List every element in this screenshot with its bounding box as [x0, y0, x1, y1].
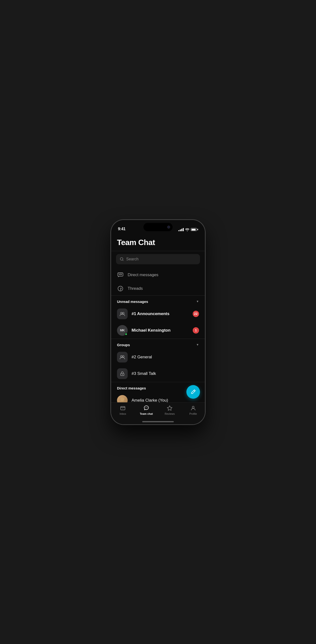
michael-avatar: MK — [117, 325, 128, 336]
svg-point-9 — [121, 356, 122, 357]
dm-section-title: Direct messages — [117, 386, 146, 390]
svg-point-20 — [192, 406, 194, 408]
search-icon — [120, 257, 124, 261]
announcements-avatar — [117, 308, 128, 319]
general-item[interactable]: #2 General — [111, 349, 205, 366]
search-placeholder: Search — [126, 257, 139, 261]
tab-team-chat[interactable]: Team chat — [135, 405, 158, 415]
svg-point-16 — [145, 408, 146, 408]
search-bar[interactable]: Search — [116, 254, 200, 264]
svg-point-8 — [123, 312, 124, 314]
small-talk-left: #3 Small Talk — [117, 368, 156, 379]
unread-section-header: Unread messages ▼ — [111, 296, 205, 306]
general-item-left: #2 General — [117, 352, 152, 362]
compose-fab-icon — [190, 389, 196, 394]
inbox-tab-label: Inbox — [120, 412, 126, 415]
announcements-item-left: #1 Announcements — [117, 308, 169, 319]
general-name: #2 General — [132, 355, 152, 360]
small-talk-avatar — [117, 368, 128, 379]
direct-messages-nav-item[interactable]: Direct messages — [111, 268, 205, 282]
wifi-icon — [185, 228, 189, 231]
threads-nav-item[interactable]: Threads — [111, 282, 205, 296]
team-chat-icon — [143, 405, 150, 411]
svg-marker-19 — [167, 406, 172, 410]
threads-label: Threads — [128, 286, 143, 291]
reviews-icon — [166, 405, 173, 411]
svg-point-10 — [123, 356, 124, 357]
search-container: Search — [111, 251, 205, 268]
groups-section-title: Groups — [117, 343, 130, 347]
announcements-name: #1 Announcements — [132, 312, 169, 316]
phone-frame: 9:41 — [111, 220, 205, 425]
profile-tab-label: Profile — [189, 412, 197, 415]
svg-point-7 — [121, 312, 122, 314]
svg-point-4 — [121, 274, 122, 275]
amelia-name: Amelia Clarke (You) — [132, 398, 168, 403]
direct-messages-label: Direct messages — [128, 272, 158, 278]
michael-online-dot — [125, 333, 127, 336]
profile-icon — [190, 405, 196, 411]
svg-point-17 — [146, 408, 147, 408]
threads-icon — [117, 285, 124, 292]
announcements-badge: 22 — [193, 311, 199, 317]
tab-profile[interactable]: Profile — [181, 405, 205, 415]
battery-icon — [191, 228, 198, 231]
reviews-tab-label: Reviews — [164, 412, 175, 415]
unread-chevron-icon[interactable]: ▼ — [196, 300, 199, 303]
status-icons — [178, 228, 198, 231]
general-avatar — [117, 352, 128, 362]
michael-badge: 1 — [193, 327, 199, 334]
michael-item-left: MK Michael Kensington — [117, 325, 171, 336]
home-indicator — [142, 421, 174, 422]
michael-name: Michael Kensington — [132, 328, 171, 333]
page-title: Team Chat — [111, 233, 205, 251]
svg-point-2 — [119, 274, 120, 275]
small-talk-name: #3 Small Talk — [132, 371, 156, 376]
announcements-item[interactable]: #1 Announcements 22 — [111, 306, 205, 322]
groups-section-header: Groups ▼ — [111, 339, 205, 349]
tab-inbox[interactable]: Inbox — [111, 405, 135, 415]
michael-kensington-item[interactable]: MK Michael Kensington 1 — [111, 322, 205, 339]
direct-messages-icon — [117, 272, 124, 278]
compose-fab[interactable] — [186, 385, 200, 399]
tab-reviews[interactable]: Reviews — [158, 405, 181, 415]
signal-bars-icon — [178, 228, 184, 231]
unread-section-title: Unread messages — [117, 300, 148, 304]
inbox-icon — [120, 405, 126, 411]
svg-point-3 — [120, 274, 121, 275]
team-chat-tab-label: Team chat — [140, 412, 153, 415]
svg-point-12 — [122, 374, 123, 375]
svg-point-13 — [120, 398, 124, 402]
dynamic-island — [144, 223, 172, 231]
groups-chevron-icon[interactable]: ▼ — [196, 343, 199, 346]
front-camera — [167, 226, 170, 228]
status-time: 9:41 — [118, 227, 126, 231]
svg-point-18 — [147, 408, 148, 408]
small-talk-item[interactable]: #3 Small Talk — [111, 366, 205, 382]
svg-point-6 — [120, 290, 121, 290]
screen: Team Chat Search — [111, 220, 205, 424]
